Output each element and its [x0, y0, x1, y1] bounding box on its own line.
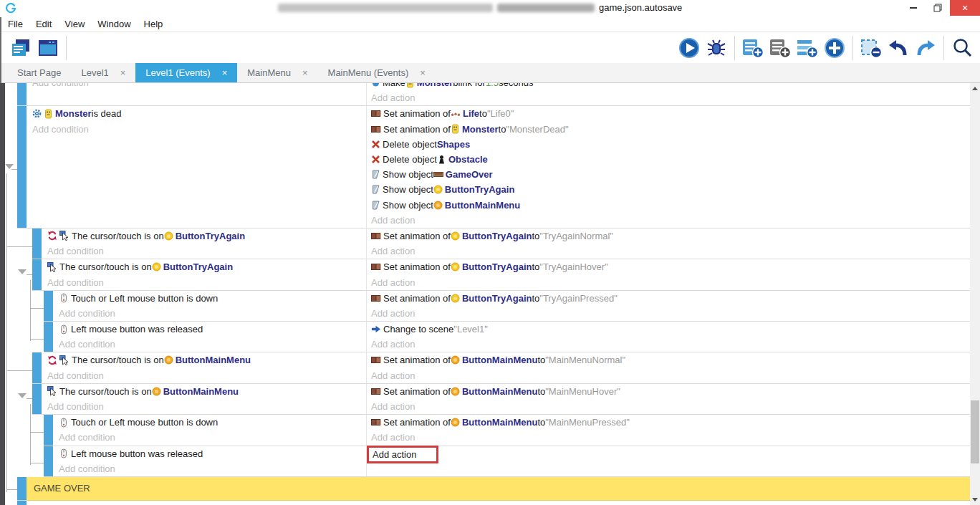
add-action-link[interactable]: Add action: [371, 244, 970, 259]
condition-line[interactable]: Touch or Left mouse button is down: [59, 291, 366, 306]
condition-line[interactable]: Left mouse button was released: [59, 446, 366, 461]
close-button[interactable]: ×: [950, 0, 980, 16]
condition-line[interactable]: The cursor/touch is on ButtonMainMenu: [47, 352, 366, 367]
action-line[interactable]: Set animation of Monster to "MonsterDead…: [371, 122, 970, 137]
add-condition-link[interactable]: Add condition: [59, 306, 366, 321]
menu-edit[interactable]: Edit: [29, 19, 58, 29]
action-line[interactable]: Delete object Obstacle: [371, 152, 970, 167]
add-subevent-icon[interactable]: [769, 37, 792, 59]
comment-row[interactable]: GAME OVER: [5, 477, 970, 501]
scroll-up-icon[interactable]: [972, 87, 978, 90]
scrollbar-thumb[interactable]: [971, 400, 979, 463]
add-condition-link[interactable]: Add condition: [32, 122, 366, 137]
event-bar[interactable]: [44, 322, 53, 352]
condition-line[interactable]: Left mouse button was released: [59, 322, 366, 337]
action-line[interactable]: Show object ButtonMainMenu: [371, 198, 970, 213]
condition-line[interactable]: Touch or Left mouse button is down: [59, 415, 366, 430]
tab-mainmenu[interactable]: MainMenu×: [237, 63, 317, 82]
redo-icon[interactable]: [914, 37, 937, 59]
vertical-scrollbar[interactable]: [970, 83, 980, 505]
add-action-link[interactable]: Add action: [371, 368, 970, 383]
search-icon[interactable]: [951, 37, 974, 59]
tab-mainmenu-events-[interactable]: MainMenu (Events)×: [318, 63, 436, 82]
action-line[interactable]: Set animation of ButtonTryAgain to "TryA…: [371, 229, 970, 244]
add-condition-link[interactable]: Add condition: [59, 461, 366, 476]
action-line[interactable]: Change to scene "Level1": [371, 322, 970, 337]
event-bar[interactable]: [44, 446, 53, 477]
add-comment-icon[interactable]: [796, 37, 819, 59]
comment-text[interactable]: GAME OVER: [27, 477, 970, 501]
toolbar-separator: [66, 36, 67, 60]
cursor-icon: [59, 231, 69, 241]
add-condition-link[interactable]: Add condition: [47, 274, 366, 289]
add-condition-link[interactable]: Add condition: [47, 399, 366, 414]
action-line[interactable]: Delete object Shapes: [371, 137, 970, 152]
action-line[interactable]: Set animation of Life to "Life0": [371, 106, 970, 121]
editor-window-icon[interactable]: [37, 37, 59, 59]
expander-triangle-icon[interactable]: [18, 393, 27, 398]
action-line[interactable]: Show object ButtonTryAgain: [371, 182, 970, 197]
menu-view[interactable]: View: [58, 19, 91, 29]
event-bar[interactable]: [17, 477, 27, 501]
add-action-link[interactable]: Add action: [371, 274, 970, 289]
add-condition-link[interactable]: Add condition: [47, 368, 366, 383]
action-line[interactable]: Show object GameOver: [371, 167, 970, 182]
menu-file[interactable]: File: [1, 19, 29, 29]
event-bar[interactable]: [44, 291, 53, 322]
add-condition-link[interactable]: Add condition: [59, 430, 366, 445]
event-bar[interactable]: [32, 259, 42, 290]
event-bar[interactable]: [17, 501, 27, 505]
add-action-link[interactable]: Add action: [371, 337, 970, 352]
menu-window[interactable]: Window: [91, 19, 137, 29]
minimize-button[interactable]: [901, 0, 926, 16]
add-action-link[interactable]: Add action: [371, 399, 970, 414]
toggle-disable-icon[interactable]: [860, 37, 883, 59]
add-condition-link[interactable]: Add condition: [47, 244, 366, 259]
text-segment: Add action: [371, 308, 415, 319]
tab-level1[interactable]: Level1×: [71, 63, 135, 82]
action-line[interactable]: Add action: [371, 446, 970, 461]
event-bar[interactable]: [17, 106, 27, 229]
tab-close-icon[interactable]: ×: [120, 67, 126, 78]
add-other-icon[interactable]: [823, 37, 846, 59]
add-action-link[interactable]: Add action: [371, 213, 970, 228]
text-segment: ButtonTryAgain: [462, 261, 532, 272]
event-block: Add conditionMake Monster blink for 1.5 …: [5, 83, 970, 106]
tab-close-icon[interactable]: ×: [222, 67, 228, 78]
expander-triangle-icon[interactable]: [18, 269, 27, 274]
event-bar[interactable]: [32, 352, 42, 383]
condition-line[interactable]: The cursor/touch is on ButtonTryAgain: [47, 229, 366, 244]
action-line[interactable]: Set animation of ButtonMainMenu to "Main…: [371, 352, 970, 367]
condition-line[interactable]: The cursor/touch is on ButtonMainMenu: [47, 384, 366, 399]
action-line[interactable]: Set animation of ButtonMainMenu to "Main…: [371, 384, 970, 399]
tab-close-icon[interactable]: ×: [302, 67, 308, 78]
play-icon[interactable]: [678, 37, 701, 59]
event-bar[interactable]: [44, 415, 53, 446]
debug-icon[interactable]: [705, 37, 728, 59]
scroll-down-icon[interactable]: [972, 498, 978, 501]
add-action-link[interactable]: Add action: [371, 90, 970, 105]
menu-help[interactable]: Help: [138, 19, 170, 29]
action-line[interactable]: Set animation of ButtonMainMenu to "Main…: [371, 415, 970, 430]
add-event-icon[interactable]: [741, 37, 764, 59]
event-bar[interactable]: [32, 229, 42, 259]
add-condition-link[interactable]: Add condition: [59, 337, 366, 352]
expander-triangle-icon[interactable]: [5, 164, 14, 169]
add-condition-link[interactable]: Add condition: [32, 83, 366, 90]
condition-line[interactable]: The cursor/touch is on ButtonTryAgain: [47, 259, 366, 274]
undo-icon[interactable]: [887, 37, 910, 59]
tab-start-page[interactable]: Start Page: [7, 63, 71, 82]
add-action-link[interactable]: Add action: [371, 306, 970, 321]
action-line[interactable]: Set animation of ButtonTryAgain to "TryA…: [371, 291, 970, 306]
action-line[interactable]: Set animation of ButtonTryAgain to "TryA…: [371, 259, 970, 274]
project-manager-icon[interactable]: [9, 37, 32, 59]
event-bar[interactable]: [17, 83, 27, 106]
restore-button[interactable]: [926, 0, 950, 16]
event-bar[interactable]: [32, 384, 42, 415]
add-action-link[interactable]: Add action: [371, 430, 970, 445]
tab-close-icon[interactable]: ×: [420, 67, 426, 78]
tab-level1-events-[interactable]: Level1 (Events)×: [135, 63, 237, 82]
action-line[interactable]: Make Monster blink for 1.5 seconds: [371, 83, 970, 90]
btnY-icon: [451, 231, 460, 241]
condition-line[interactable]: Monster is dead: [32, 106, 366, 121]
